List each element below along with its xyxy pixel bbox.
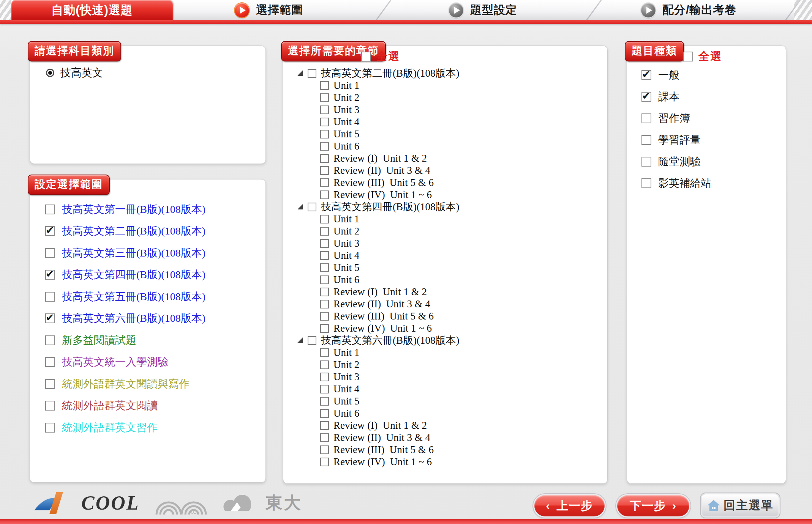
range-item-row[interactable]: 技高英文統一入學測驗 — [30, 351, 265, 373]
subject-radio-label[interactable]: 技高英文 — [60, 66, 103, 80]
chapter-select-all-checkbox[interactable] — [361, 52, 371, 61]
tree-item-checkbox[interactable] — [320, 385, 329, 393]
tree-item-label[interactable]: Review (I) Unit 1 & 2 — [333, 420, 427, 431]
next-step-button[interactable]: 下一步 › — [617, 495, 689, 516]
tree-item-checkbox[interactable] — [320, 300, 329, 308]
tree-expander-icon[interactable] — [298, 338, 303, 343]
tree-item-checkbox[interactable] — [320, 324, 329, 333]
range-item-label[interactable]: 技高英文第六冊(B版)(108版本) — [62, 311, 205, 326]
range-checkbox[interactable] — [45, 335, 55, 345]
tree-item-row[interactable]: Unit 6 — [298, 274, 607, 286]
tree-item-label[interactable]: Review (II) Unit 3 & 4 — [333, 165, 430, 176]
tree-item-row[interactable]: Review (III) Unit 5 & 6 — [298, 310, 607, 322]
tree-group-checkbox[interactable] — [308, 336, 316, 345]
range-checkbox[interactable] — [45, 357, 55, 367]
type-checkbox[interactable] — [641, 157, 651, 167]
tree-item-row[interactable]: Review (IV) Unit 1 ~ 6 — [298, 456, 607, 468]
type-item-row[interactable]: 一般 — [627, 64, 786, 86]
tree-item-row[interactable]: Unit 3 — [298, 237, 607, 249]
type-checkbox[interactable] — [641, 70, 651, 80]
tree-item-label[interactable]: Unit 2 — [333, 92, 359, 104]
range-item-row[interactable]: 技高英文第三冊(B版)(108版本) — [30, 242, 265, 264]
tree-item-checkbox[interactable] — [320, 178, 329, 187]
tree-item-label[interactable]: Unit 4 — [333, 383, 359, 395]
tree-item-checkbox[interactable] — [320, 154, 329, 163]
tree-item-checkbox[interactable] — [320, 397, 329, 406]
chapter-select-all-label[interactable]: 全選 — [376, 49, 400, 64]
tree-item-label[interactable]: Unit 6 — [333, 274, 359, 286]
tree-item-checkbox[interactable] — [320, 421, 329, 430]
tree-item-checkbox[interactable] — [320, 458, 329, 466]
tree-item-checkbox[interactable] — [320, 445, 329, 454]
tree-item-row[interactable]: Review (II) Unit 3 & 4 — [298, 298, 607, 310]
tab-score-output[interactable]: 配分/輸出考卷 — [641, 0, 736, 20]
tree-expander-icon[interactable] — [298, 71, 303, 76]
range-item-row[interactable]: 新多益閱讀試題 — [30, 329, 265, 351]
range-item-row[interactable]: 統測外語群英文習作 — [30, 417, 265, 439]
tree-item-row[interactable]: Unit 6 — [298, 407, 607, 419]
tree-item-row[interactable]: Unit 2 — [298, 225, 607, 237]
tree-item-label[interactable]: Review (I) Unit 1 & 2 — [333, 153, 427, 164]
range-item-row[interactable]: 技高英文第五冊(B版)(108版本) — [30, 286, 265, 308]
type-select-all-label[interactable]: 全選 — [698, 49, 722, 64]
tree-item-label[interactable]: Unit 4 — [333, 250, 359, 261]
type-item-row[interactable]: 課本 — [627, 86, 786, 107]
range-item-row[interactable]: 技高英文第一冊(B版)(108版本) — [30, 198, 265, 220]
range-item-label[interactable]: 統測外語群英文閱讀 — [62, 398, 158, 413]
tree-item-row[interactable]: Review (I) Unit 1 & 2 — [298, 286, 607, 298]
tab-select-range[interactable]: 選擇範圍 — [235, 0, 303, 20]
tree-item-row[interactable]: Review (II) Unit 3 & 4 — [298, 164, 607, 176]
range-item-row[interactable]: 技高英文第二冊(B版)(108版本) — [30, 220, 265, 242]
type-checkbox[interactable] — [641, 92, 651, 102]
tree-item-row[interactable]: Review (IV) Unit 1 ~ 6 — [298, 322, 607, 334]
tree-item-checkbox[interactable] — [320, 433, 329, 442]
range-checkbox[interactable] — [45, 248, 55, 258]
tree-item-label[interactable]: Review (II) Unit 3 & 4 — [333, 432, 430, 444]
tree-item-label[interactable]: Review (I) Unit 1 & 2 — [333, 286, 427, 298]
tree-item-checkbox[interactable] — [320, 215, 329, 223]
tree-item-row[interactable]: Unit 2 — [298, 359, 607, 371]
tree-item-row[interactable]: Unit 5 — [298, 128, 607, 140]
type-item-row[interactable]: 習作簿 — [627, 107, 786, 129]
tree-item-label[interactable]: Unit 3 — [333, 104, 359, 116]
tree-item-checkbox[interactable] — [320, 239, 329, 248]
tree-item-checkbox[interactable] — [320, 288, 329, 296]
tree-item-label[interactable]: Unit 6 — [333, 140, 359, 152]
range-checkbox[interactable] — [45, 226, 55, 236]
type-item-row[interactable]: 影英補給站 — [627, 172, 786, 194]
tree-item-label[interactable]: Unit 3 — [333, 238, 359, 249]
tab-question-type-setting[interactable]: 題型設定 — [449, 0, 517, 20]
tree-item-row[interactable]: Unit 3 — [298, 371, 607, 383]
tree-item-label[interactable]: Review (II) Unit 3 & 4 — [333, 298, 430, 310]
tree-group-row[interactable]: 技高英文第六冊(B版)(108版本) — [298, 334, 607, 346]
tree-item-label[interactable]: Review (III) Unit 5 & 6 — [333, 444, 434, 456]
tree-group-label[interactable]: 技高英文第六冊(B版)(108版本) — [321, 334, 459, 347]
range-item-label[interactable]: 技高英文第三冊(B版)(108版本) — [62, 246, 205, 260]
tree-expander-icon[interactable] — [298, 204, 303, 209]
type-item-row[interactable]: 隨堂測驗 — [627, 151, 786, 172]
type-checkbox[interactable] — [641, 135, 651, 145]
tree-item-checkbox[interactable] — [320, 166, 329, 175]
range-item-label[interactable]: 技高英文統一入學測驗 — [62, 355, 168, 369]
range-item-label[interactable]: 技高英文第一冊(B版)(108版本) — [62, 202, 205, 217]
tree-group-row[interactable]: 技高英文第四冊(B版)(108版本) — [298, 201, 607, 213]
tree-item-checkbox[interactable] — [320, 130, 329, 138]
home-menu-button[interactable]: 回主選單 — [702, 494, 779, 516]
range-checkbox[interactable] — [45, 205, 55, 214]
tree-group-label[interactable]: 技高英文第二冊(B版)(108版本) — [321, 66, 459, 80]
type-item-label[interactable]: 隨堂測驗 — [658, 154, 701, 169]
type-item-row[interactable]: 學習評量 — [627, 129, 786, 151]
tree-item-row[interactable]: Review (III) Unit 5 & 6 — [298, 176, 607, 189]
tab-auto-quick-select[interactable]: 自動(快速)選題 — [11, 0, 173, 20]
type-select-all[interactable]: 全選 — [683, 49, 722, 64]
tree-item-label[interactable]: Unit 6 — [333, 408, 359, 419]
range-checkbox[interactable] — [45, 270, 55, 280]
tree-group-row[interactable]: 技高英文第二冊(B版)(108版本) — [298, 67, 607, 79]
type-checkbox[interactable] — [641, 113, 651, 123]
range-checkbox[interactable] — [45, 292, 55, 302]
tree-item-label[interactable]: Review (IV) Unit 1 ~ 6 — [333, 189, 432, 201]
tree-item-label[interactable]: Unit 1 — [333, 213, 359, 225]
tree-item-checkbox[interactable] — [320, 275, 329, 284]
tree-item-checkbox[interactable] — [320, 409, 329, 418]
tree-item-checkbox[interactable] — [320, 251, 329, 260]
